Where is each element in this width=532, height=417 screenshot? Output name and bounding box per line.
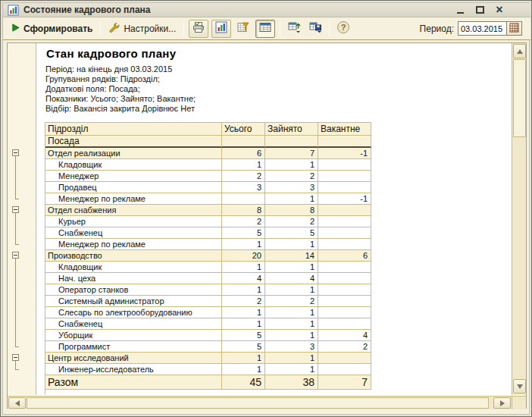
period-input[interactable] [458, 21, 506, 36]
table-item-row[interactable]: Продавец33 [45, 182, 371, 193]
row-value-cell[interactable]: 14 [265, 250, 318, 262]
table-item-row[interactable]: Уборщик514 [45, 330, 371, 341]
tree-collapse-button[interactable] [12, 354, 19, 361]
row-value-cell[interactable]: 5 [222, 341, 265, 353]
row-value-cell[interactable] [318, 262, 371, 273]
row-value-cell[interactable] [318, 239, 371, 250]
row-value-cell[interactable] [318, 307, 371, 318]
row-label-cell[interactable]: Курьер [45, 216, 222, 227]
row-label-cell[interactable]: Менеджер [45, 171, 222, 182]
row-label-cell[interactable]: Центр исследований [45, 353, 222, 364]
row-value-cell[interactable] [318, 296, 371, 307]
row-value-cell[interactable]: 2 [265, 296, 318, 307]
table-group-row[interactable]: Центр исследований11 [45, 353, 371, 364]
help-button[interactable]: ? [334, 20, 352, 38]
vertical-scrollbar[interactable] [512, 43, 526, 395]
row-value-cell[interactable] [318, 182, 371, 193]
table-group-row[interactable]: Производство20146 [45, 250, 371, 262]
column-header-zaynyato[interactable]: Зайнято [265, 123, 318, 136]
row-value-cell[interactable]: 2 [222, 171, 265, 182]
save-values-button[interactable] [306, 20, 324, 38]
row-value-cell[interactable]: -1 [318, 148, 371, 159]
row-value-cell[interactable]: 6 [222, 148, 265, 159]
row-value-cell[interactable]: 3 [265, 182, 318, 193]
horizontal-scroll-thumb[interactable] [27, 397, 489, 409]
row-value-cell[interactable] [318, 216, 371, 227]
row-value-cell[interactable]: 1 [265, 353, 318, 364]
row-value-cell[interactable]: 1 [222, 364, 265, 375]
generate-button[interactable]: Сформировать [7, 20, 97, 37]
row-value-cell[interactable]: 2 [318, 341, 371, 353]
table-group-row[interactable]: Отдел реализации67-1 [45, 148, 371, 159]
column-header-posada[interactable]: Посада [45, 136, 222, 148]
tree-collapse-button[interactable] [12, 149, 19, 156]
scroll-left-button[interactable] [8, 397, 26, 409]
row-value-cell[interactable] [318, 318, 371, 330]
row-label-cell[interactable]: Менеджер по рекламе [45, 239, 222, 250]
row-value-cell[interactable]: 2 [265, 171, 318, 182]
row-value-cell[interactable] [318, 227, 371, 239]
table-item-row[interactable]: Снабженец55 [45, 227, 371, 239]
row-value-cell[interactable]: 2 [265, 216, 318, 227]
column-header-usogo[interactable]: Усього [222, 123, 265, 136]
row-value-cell[interactable] [318, 205, 371, 216]
row-value-cell[interactable] [318, 284, 371, 296]
table-item-row[interactable]: Инженер-исследователь11 [45, 364, 371, 375]
row-value-cell[interactable] [318, 171, 371, 182]
row-value-cell[interactable]: 8 [265, 205, 318, 216]
settings-button[interactable]: Настройки... [104, 19, 180, 39]
row-value-cell[interactable]: -1 [318, 193, 371, 205]
filter-button[interactable] [234, 20, 252, 38]
table-item-row[interactable]: Менеджер по рекламе11 [45, 239, 371, 250]
row-value-cell[interactable] [318, 273, 371, 284]
row-value-cell[interactable]: 20 [222, 250, 265, 262]
row-label-cell[interactable]: Программист [45, 341, 222, 353]
vertical-scroll-thumb[interactable] [513, 59, 526, 137]
table-item-row[interactable]: Системный администратор22 [45, 296, 371, 307]
row-value-cell[interactable]: 1 [265, 239, 318, 250]
chart-button[interactable] [211, 20, 231, 38]
row-value-cell[interactable]: 1 [222, 307, 265, 318]
row-label-cell[interactable]: Системный администратор [45, 296, 222, 307]
row-value-cell[interactable]: 5 [265, 227, 318, 239]
row-value-cell[interactable] [222, 193, 265, 205]
table-item-row[interactable]: Оператор станков11 [45, 284, 371, 296]
print-button[interactable] [189, 20, 208, 38]
table-item-row[interactable]: Курьер22 [45, 216, 371, 227]
scroll-right-button[interactable] [493, 397, 511, 409]
total-label[interactable]: Разом [45, 375, 222, 390]
row-value-cell[interactable]: 2 [222, 296, 265, 307]
row-value-cell[interactable]: 7 [265, 148, 318, 159]
column-header-vakantne[interactable]: Вакантне [318, 123, 371, 136]
row-label-cell[interactable]: Слесарь по электрооборудованию [45, 307, 222, 318]
row-value-cell[interactable] [318, 364, 371, 375]
row-value-cell[interactable]: 5 [222, 227, 265, 239]
row-label-cell[interactable]: Продавец [45, 182, 222, 193]
row-label-cell[interactable]: Кладовщик [45, 159, 222, 171]
row-value-cell[interactable]: 1 [265, 193, 318, 205]
close-button[interactable]: × [494, 5, 505, 15]
scroll-down-button[interactable] [513, 379, 526, 393]
column-header-podrazdelenie[interactable]: Підрозділ [45, 123, 222, 136]
tree-collapse-button[interactable] [12, 206, 19, 213]
calendar-button[interactable] [506, 21, 522, 36]
restore-values-button[interactable] [285, 20, 303, 38]
row-label-cell[interactable]: Менеджер по рекламе [45, 193, 222, 205]
tree-collapse-button[interactable] [12, 252, 19, 259]
table-item-row[interactable]: Менеджер по рекламе1-1 [45, 193, 371, 205]
row-value-cell[interactable] [318, 159, 371, 171]
table-item-row[interactable]: Снабженец11 [45, 318, 371, 330]
horizontal-scrollbar[interactable] [8, 396, 512, 409]
row-value-cell[interactable]: 1 [222, 353, 265, 364]
row-value-cell[interactable]: 1 [265, 364, 318, 375]
table-total-row[interactable]: Разом 45 38 7 [45, 375, 371, 390]
row-value-cell[interactable]: 1 [265, 330, 318, 341]
row-label-cell[interactable]: Уборщик [45, 330, 222, 341]
total-vakantne[interactable]: 7 [318, 375, 371, 390]
row-label-cell[interactable]: Кладовщик [45, 262, 222, 273]
row-value-cell[interactable] [318, 353, 371, 364]
row-label-cell[interactable]: Отдел снабжения [45, 205, 222, 216]
table-item-row[interactable]: Программист532 [45, 341, 371, 353]
row-value-cell[interactable]: 1 [222, 318, 265, 330]
row-value-cell[interactable]: 1 [265, 307, 318, 318]
